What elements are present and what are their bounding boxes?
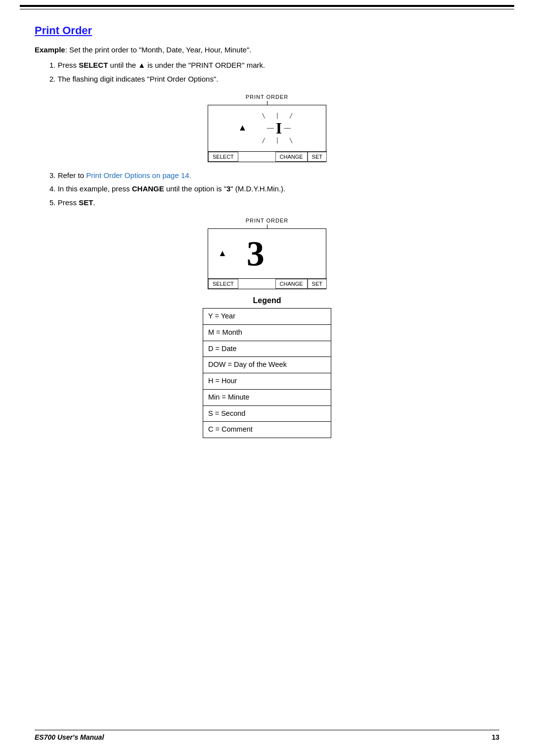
footer-page-number: 13 [491, 733, 499, 741]
section-title: Print Order [35, 24, 499, 37]
diagram-1-wrapper: PRINT ORDER ▲ \ | / — I — / | [208, 94, 326, 162]
slash-row-top: \ | / [262, 112, 296, 119]
top-decorative-lines [0, 0, 534, 9]
diagram-2-digit-3: 3 [247, 236, 265, 271]
step-3: 3. Refer to Print Order Options on page … [49, 169, 499, 182]
diagram-1-arrow: ▲ [238, 123, 247, 132]
legend-cell-min: Min = Minute [203, 389, 331, 405]
legend-row-min: Min = Minute [203, 389, 331, 405]
footer-manual-title: ES700 User's Manual [35, 733, 104, 741]
diagram-1-inner: ▲ \ | / — I — / | \ [208, 105, 326, 151]
dash-left: — [267, 125, 274, 132]
legend-tbody: Y = Year M = Month D = Date DOW = Day of… [203, 309, 331, 438]
diagram-1-select-btn: SELECT [208, 152, 238, 162]
diagram-1-digit-group: \ | / — I — / | \ [262, 112, 296, 144]
legend-table: Y = Year M = Month D = Date DOW = Day of… [203, 308, 331, 438]
legend-cell-hour: H = Hour [203, 373, 331, 390]
step-5-set: SET [79, 198, 93, 207]
diagram-2-box: ▲ 3 SELECT CHANGE SET [208, 228, 326, 289]
steps-3-5: 3. Refer to Print Order Options on page … [49, 169, 499, 209]
diagram-2-label-area: PRINT ORDER [246, 218, 289, 228]
step-1-bold-select: SELECT [79, 61, 108, 69]
legend-title: Legend [253, 296, 281, 305]
legend-row-year: Y = Year [203, 309, 331, 325]
diagram-1-label: PRINT ORDER [246, 94, 289, 100]
footer: ES700 User's Manual 13 [35, 730, 499, 741]
legend-row-hour: H = Hour [203, 373, 331, 390]
legend-row-comment: C = Comment [203, 422, 331, 438]
top-line-thick [20, 5, 514, 7]
diagram-1-change-btn: CHANGE [275, 152, 308, 162]
example-rest: : Set the print order to "Month, Date, Y… [65, 45, 252, 54]
main-content: Print Order Example: Set the print order… [0, 9, 534, 468]
slash-row-bot: / | \ [262, 137, 296, 144]
diagram-1-set-btn: SET [308, 152, 327, 162]
step-5: 5. Press SET. [49, 196, 499, 209]
diagram-1-label-area: PRINT ORDER [246, 94, 289, 105]
dash-right: — [284, 125, 291, 132]
diagram-2-inner: ▲ 3 [208, 229, 326, 278]
legend-row-date: D = Date [203, 341, 331, 357]
digit-1: I [276, 120, 282, 136]
example-text: Example: Set the print order to "Month, … [35, 44, 499, 56]
step-3-link: Print Order Options on page 14. [86, 171, 191, 179]
diagram-2-label: PRINT ORDER [246, 218, 289, 223]
diagram-1-container: PRINT ORDER ▲ \ | / — I — / | [35, 94, 499, 162]
example-bold: Example [35, 45, 65, 54]
diagram-2-container: PRINT ORDER ▲ 3 SELECT CHANGE SET [35, 218, 499, 289]
diagram-2-buttons: SELECT CHANGE SET [208, 278, 327, 289]
step-2: 2. The flashing digit indicates "Print O… [49, 73, 499, 86]
diagram-2-label-line [267, 224, 267, 228]
legend-row-sec: S = Second [203, 405, 331, 422]
step-4-change: CHANGE [132, 184, 164, 193]
diagram-2-arrow: ▲ [218, 249, 227, 258]
legend-cell-sec: S = Second [203, 405, 331, 422]
legend-cell-month: M = Month [203, 324, 331, 341]
diagram-2-change-btn: CHANGE [275, 279, 308, 289]
diagram-2-spacer [238, 279, 275, 289]
diagram-2-set-btn: SET [308, 279, 327, 289]
diagram-1-buttons: SELECT CHANGE SET [208, 151, 327, 162]
legend-cell-date: D = Date [203, 341, 331, 357]
diagram-1-label-line [267, 101, 267, 105]
slash-row-mid: — I — [267, 119, 291, 137]
legend-section: Legend Y = Year M = Month D = Date DOW =… [35, 296, 499, 438]
step-4-3: 3 [226, 184, 230, 193]
legend-cell-year: Y = Year [203, 309, 331, 325]
steps-1-2: 1. Press SELECT until the ▲ is under the… [49, 59, 499, 85]
legend-row-month: M = Month [203, 324, 331, 341]
step-4: 4. In this example, press CHANGE until t… [49, 182, 499, 195]
legend-cell-dow: DOW = Day of the Week [203, 357, 331, 373]
step-1: 1. Press SELECT until the ▲ is under the… [49, 59, 499, 72]
legend-row-dow: DOW = Day of the Week [203, 357, 331, 373]
diagram-1-spacer [238, 152, 275, 162]
legend-cell-comment: C = Comment [203, 422, 331, 438]
page-container: Print Order Example: Set the print order… [0, 0, 534, 756]
diagram-2-select-btn: SELECT [208, 279, 238, 289]
diagram-2-wrapper: PRINT ORDER ▲ 3 SELECT CHANGE SET [208, 218, 326, 289]
diagram-1-box: ▲ \ | / — I — / | \ SELECT [208, 105, 326, 162]
